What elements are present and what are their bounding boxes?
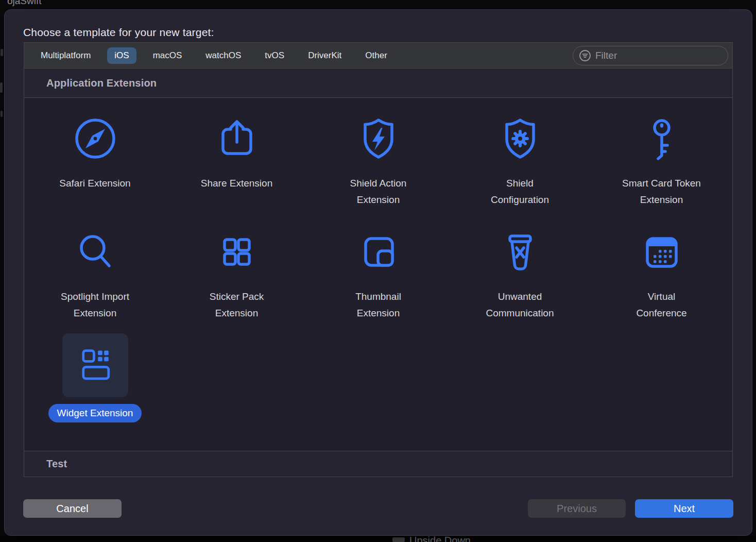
filter-input[interactable] (595, 50, 722, 61)
template-unwanted-communication[interactable]: Unwanted Communication (449, 229, 591, 332)
template-label: Share Extension (201, 175, 272, 192)
next-button[interactable]: Next (635, 499, 733, 518)
selected-template-label: Widget Extension (48, 404, 142, 422)
magnifier-icon (72, 229, 118, 275)
section-header-application-extension: Application Extension (24, 69, 732, 98)
background-artifact (1, 111, 3, 117)
tab-other[interactable]: Other (365, 50, 387, 61)
previous-button[interactable]: Previous (528, 499, 626, 518)
selected-template-tile[interactable] (62, 333, 128, 397)
template-shield-configuration[interactable]: Shield Configuration (449, 115, 591, 229)
template-share-extension[interactable]: Share Extension (166, 115, 307, 229)
template-label: Sticker Pack Extension (210, 289, 264, 321)
template-label: Spotlight Import Extension (61, 289, 129, 321)
tab-macos[interactable]: macOS (153, 50, 182, 61)
tab-driverkit[interactable]: DriverKit (308, 50, 341, 61)
template-chooser-panel: Multiplatform iOS macOS watchOS tvOS Dri… (24, 42, 733, 477)
background-artifact (1, 49, 3, 56)
tab-tvos[interactable]: tvOS (265, 50, 284, 61)
template-sticker-pack-extension[interactable]: Sticker Pack Extension (166, 229, 307, 332)
background-window-strip (0, 536, 756, 542)
template-thumbnail-extension[interactable]: Thumbnail Extension (307, 229, 449, 332)
template-label: Shield Action Extension (350, 175, 407, 208)
template-label: Shield Configuration (491, 175, 549, 208)
basket-x-icon (497, 229, 543, 275)
shield-bolt-icon (355, 115, 402, 162)
template-widget-extension-selected[interactable]: Widget Extension (24, 333, 166, 451)
key-icon (639, 115, 685, 162)
grid-squares-icon (214, 229, 260, 275)
filter-icon (579, 49, 591, 62)
shield-gear-icon (497, 115, 543, 162)
widget-icon (73, 342, 117, 388)
filter-field[interactable] (573, 46, 728, 65)
template-label: Virtual Conference (636, 289, 686, 321)
template-shield-action-extension[interactable]: Shield Action Extension (307, 115, 449, 229)
platform-tab-bar: Multiplatform iOS macOS watchOS tvOS Dri… (24, 43, 732, 69)
template-smart-card-token-extension[interactable]: Smart Card Token Extension (591, 115, 732, 229)
template-grid: Safari Extension Share Extension (24, 98, 732, 451)
share-icon (214, 115, 260, 162)
template-virtual-conference[interactable]: Virtual Conference (591, 229, 732, 332)
cancel-button[interactable]: Cancel (23, 499, 122, 518)
tab-ios[interactable]: iOS (107, 47, 136, 64)
safari-compass-icon (72, 115, 118, 162)
template-label: Thumbnail Extension (355, 289, 401, 321)
dialog-title: Choose a template for your new target: (23, 26, 214, 39)
background-checkmark-remnant (392, 537, 405, 542)
template-safari-extension[interactable]: Safari Extension (24, 115, 166, 229)
tab-watchos[interactable]: watchOS (205, 50, 241, 61)
template-label: Unwanted Communication (486, 289, 554, 321)
conference-pad-icon (639, 229, 685, 275)
tab-multiplatform[interactable]: Multiplatform (41, 50, 91, 61)
background-menu-item-text: Upside Down (409, 535, 471, 542)
template-label: Smart Card Token Extension (622, 175, 701, 208)
new-target-template-dialog: Choose a template for your new target: M… (4, 9, 752, 536)
template-spotlight-import-extension[interactable]: Spotlight Import Extension (24, 229, 166, 332)
background-window-text: ojaSwift (7, 0, 42, 7)
section-header-test: Test (24, 451, 732, 477)
template-label: Safari Extension (59, 175, 130, 192)
thumbnail-icon (355, 229, 402, 275)
background-artifact (0, 82, 3, 93)
